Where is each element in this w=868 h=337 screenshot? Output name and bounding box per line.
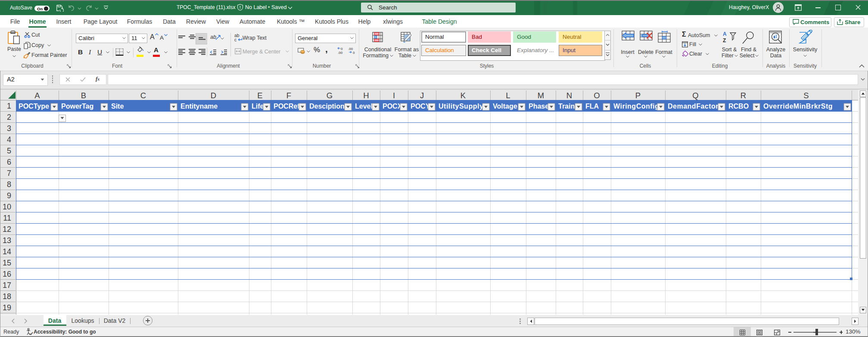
svg-text:POCY: POCY	[411, 103, 430, 110]
svg-text:13: 13	[3, 236, 11, 245]
svg-text:WiringConfig: WiringConfig	[613, 103, 659, 110]
svg-text:OverrideMinBrkrStg: OverrideMinBrkrStg	[763, 103, 833, 110]
svg-text:Level: Level	[355, 103, 373, 110]
svg-text:Desciption: Desciption	[309, 103, 345, 110]
svg-text:FLA: FLA	[585, 103, 599, 110]
svg-text:A: A	[34, 91, 40, 100]
svg-text:P: P	[635, 91, 641, 100]
svg-text:RCBO: RCBO	[728, 103, 749, 110]
svg-text:9: 9	[7, 191, 11, 200]
svg-text:Entityname: Entityname	[180, 103, 218, 110]
svg-text:12: 12	[3, 225, 11, 234]
svg-text:O: O	[594, 91, 600, 100]
svg-text:15: 15	[3, 259, 11, 267]
svg-text:16: 16	[3, 270, 11, 278]
svg-text:I: I	[393, 91, 395, 100]
svg-text:M: M	[538, 91, 544, 100]
svg-text:0: 0	[353, 51, 355, 54]
svg-text:4: 4	[7, 135, 11, 144]
svg-text:POCType: POCType	[19, 103, 49, 110]
svg-text:S: S	[803, 91, 809, 100]
svg-text:6: 6	[7, 158, 11, 166]
svg-text:POCX: POCX	[383, 103, 402, 110]
svg-text:5: 5	[7, 147, 11, 155]
svg-text:8: 8	[7, 180, 11, 189]
svg-text:Q: Q	[692, 91, 698, 100]
svg-text:1: 1	[7, 102, 11, 110]
svg-text:E: E	[257, 91, 262, 100]
svg-text:J: J	[420, 91, 424, 100]
svg-text:0: 0	[341, 47, 343, 51]
svg-text:L: L	[506, 91, 510, 100]
svg-text:18: 18	[3, 292, 11, 301]
svg-text:2: 2	[7, 113, 11, 122]
svg-text:7: 7	[7, 169, 11, 178]
svg-text:R: R	[740, 91, 746, 100]
svg-text:N: N	[566, 91, 572, 100]
svg-text:14: 14	[3, 247, 11, 256]
svg-text:19: 19	[3, 303, 11, 312]
svg-text:DemandFactor: DemandFactor	[668, 103, 719, 110]
svg-text:Train: Train	[558, 103, 575, 110]
svg-text:G: G	[327, 91, 333, 100]
svg-text:3: 3	[7, 124, 11, 133]
svg-text:B: B	[81, 91, 86, 100]
svg-text:17: 17	[3, 281, 11, 290]
svg-text:POCRef: POCRef	[274, 103, 300, 110]
svg-text:Phase: Phase	[529, 103, 549, 110]
svg-text:C: C	[140, 91, 146, 100]
svg-text:D: D	[211, 91, 216, 100]
svg-text:.00: .00	[348, 47, 353, 51]
svg-text:11: 11	[3, 214, 11, 222]
svg-text:UtilitySupply: UtilitySupply	[439, 103, 483, 110]
svg-text:Life: Life	[252, 103, 264, 110]
svg-text:10: 10	[3, 203, 11, 211]
svg-text:Voltage: Voltage	[493, 103, 517, 110]
svg-text:F: F	[286, 91, 291, 100]
svg-text:H: H	[363, 91, 369, 100]
svg-text:.00: .00	[338, 51, 343, 54]
svg-text:Site: Site	[111, 103, 124, 110]
svg-text:A: A	[723, 31, 727, 37]
svg-text:Z: Z	[723, 37, 726, 44]
svg-text:PowerTag: PowerTag	[61, 103, 93, 110]
svg-text:K: K	[460, 91, 466, 100]
